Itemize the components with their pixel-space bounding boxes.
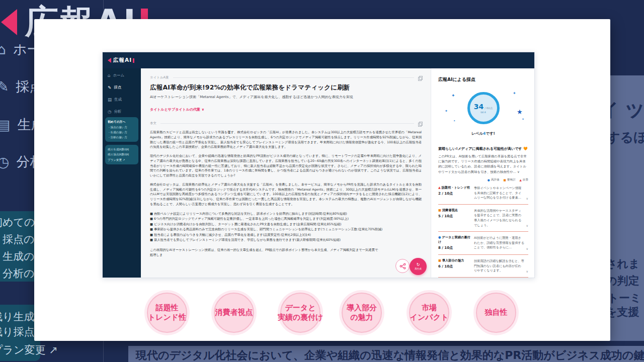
sparkle-icon: ✦: [513, 91, 516, 96]
background-subtitle-fragment: するほ: [607, 129, 644, 146]
sparkle-icon: ✦: [445, 109, 448, 113]
remaining-generate-count: 残り生成回数0回: [108, 147, 136, 152]
criterion-circle-topicality: 話題性トレンド性: [147, 293, 187, 333]
criterion-row-consumer[interactable]: ■消費者視点 5 / 10点 具体的な活用例やケーススタディを提示することで、読…: [438, 205, 528, 232]
sidebar-item-label: 分析: [114, 109, 121, 114]
body-section-label: 本文: [150, 121, 156, 126]
sidebar-item-analyze[interactable]: ◷ 分析: [103, 106, 141, 118]
sidebar-item-label: ホーム: [113, 73, 124, 78]
level-text: レベル4です!: [438, 131, 528, 136]
sparkle-icon: ✦: [522, 117, 524, 121]
clock-icon: ◷: [0, 154, 9, 170]
score-panel-title: 広報AIによる採点: [438, 76, 528, 83]
feature-bullet-list: ■ 自動ペルソナ設定によりリリース内容について多角的な対話を実行し、訴求ポイント…: [150, 211, 422, 243]
criterion-row-intro[interactable]: ■導入部分の魅力 6 / 10点 技術用語の詳細な解説を含むと、専門知識のない読…: [438, 255, 528, 278]
score-panel: 広報AIによる採点 ✦ ✦ ✦ ✦ ★ ✦ 34 / 60点 LV.4: [431, 68, 535, 278]
body-closing-paragraph: この画期的なAIオーケストレーション技術は、従来の画一的な文章生成を超え、PR観…: [150, 247, 378, 257]
legend-medium: ■ 要検討: [503, 178, 515, 182]
press-release-title: 広報AI革命が到来!92%の効率化で広報業務をドラマティックに刷新: [150, 83, 422, 92]
feature-bullet: ■ 6つの専門的判定ロジックでメディア掲載可能性を定量評価し、一定基準を上回った…: [150, 216, 422, 222]
criterion-row-market[interactable]: ■市場インパクト 市場規模や導入企業の具体例を追加する…: [438, 278, 528, 278]
medium-marker-icon: ■: [438, 258, 441, 262]
share-button[interactable]: [395, 259, 410, 273]
background-plan-link: プラン変更 ↗: [0, 343, 58, 357]
feature-bullet: ■ 担当者による表現のばらつきを大幅に減少させ、品質の平準化を達成します(品質安…: [150, 232, 422, 238]
chevron-down-icon[interactable]: ∨: [526, 197, 528, 200]
document-icon: ▤: [0, 117, 10, 133]
background-body-bar: 現代のデジタル化社会において、企業や組織の迅速な情報発信と効果的なPR活動がビジ…: [128, 346, 644, 362]
app-screenshot: 広報AI ⌂ ホーム ✎ 採点 ▤ 生成: [102, 52, 535, 278]
body-paragraph: 広報業務のスピードと品質は両立しないという常識を覆す、株式会社ロゼッタの「広報A…: [150, 130, 422, 149]
slide: 広報AI ⌂ホーム ✎採点 ▤生成 ◷分析 初めての方へ ・採点の使い方 ・生成…: [0, 0, 644, 362]
high-marker-icon: ●: [438, 235, 441, 239]
sidebar-usage-box: 残り生成回数0回 残り採点回数0回 プラン変更 ↗: [105, 145, 138, 164]
score-value: 34: [474, 103, 484, 111]
app-sidebar: ⌂ ホーム ✎ 採点 ▤ 生成 ◷ 分析: [103, 68, 141, 278]
score-circle: 34 / 60点 LV.4: [467, 92, 500, 124]
sidebar-item-generate[interactable]: ▤ 生成: [103, 94, 141, 106]
sidebar-item-home[interactable]: ⌂ ホーム: [103, 69, 141, 81]
criterion-circle-data: データと実績の裏付け: [280, 293, 320, 333]
logo-cursor-icon: [133, 58, 134, 63]
criterion-comment: 具体的な活用例やケーススタディを提示することで、読者に実際の導入後のイメージを持…: [474, 208, 528, 227]
chevron-down-icon[interactable]: ∨: [526, 224, 528, 227]
share-icon: [399, 263, 406, 269]
low-marker-icon: ▲: [438, 186, 441, 189]
criterion-comment: 季節イベントやキャンペーン情報を具体的に記載することで、タイムリーな関心を引き付…: [474, 186, 528, 200]
criterion-score: 8 / 10点: [438, 245, 470, 250]
legend-low: ▲ 改善: [520, 178, 529, 182]
sparkle-icon: ✦: [451, 93, 455, 98]
criterion-score: 6 / 10点: [438, 264, 470, 269]
criterion-circle-market: 市場インパクト: [409, 293, 449, 333]
document-icon: ▤: [108, 97, 112, 102]
star-icon: ★: [517, 108, 523, 116]
home-icon: ⌂: [108, 73, 110, 78]
score-verdict: 素晴らしい!メディアに掲載される可能性が高いです 🧡: [438, 146, 528, 152]
sidebar-item-label: 採点: [114, 85, 121, 90]
divider: [173, 77, 414, 78]
background-text-fragment: の判定: [606, 274, 639, 289]
guide-link-generate[interactable]: ・生成の使い方: [108, 130, 136, 135]
background-text-fragment: されま: [606, 256, 640, 272]
score-gauge: ✦ ✦ ✦ ✦ ★ ✦ 34 / 60点 LV.4 レベル4です!: [438, 87, 528, 143]
app-logo: 広報AI: [108, 57, 134, 64]
divider: [160, 123, 414, 124]
title-section-label: タイトルA案: [150, 75, 169, 80]
sidebar-nav: ⌂ ホーム ✎ 採点 ▤ 生成 ◷ 分析: [103, 69, 141, 118]
feature-bullet: ■ ビジネス向けか消費者向けかを自動判別し、ターゲット層に最適化されたPR文書を…: [150, 222, 422, 227]
regenerate-button[interactable]: ↻ 再生成: [410, 258, 427, 275]
plan-change-link[interactable]: プラン変更 ↗: [108, 157, 136, 162]
sidebar-item-scoring[interactable]: ✎ 採点: [103, 81, 141, 94]
feature-bullet: ■ 新人担当者でも安心してブレインストーミング環境を活用でき、学習しながら業務を…: [150, 237, 422, 243]
alternative-titles-link[interactable]: タイトルとサブタイトルの代案 ∨: [150, 107, 422, 112]
medium-marker-icon: ■: [438, 208, 441, 212]
criteria-circles: 話題性トレンド性 消費者視点 データと実績の裏付け 導入部分の魅力 市場インパク…: [34, 293, 610, 336]
chevron-down-icon[interactable]: ∨: [526, 269, 528, 273]
remaining-scoring-count: 残り採点回数0回: [108, 152, 136, 157]
low-marker-icon: ▲: [520, 178, 522, 182]
sparkle-icon: ✦: [453, 119, 455, 122]
background-body-text: 現代のデジタル化社会において、企業や組織の迅速な情報発信と効果的なPR活動がビジ…: [136, 348, 644, 362]
slide-card: 広報AI ⌂ ホーム ✎ 採点 ▤ 生成: [34, 19, 610, 341]
medium-marker-icon: ■: [503, 178, 506, 182]
body-paragraph: 株式会社ロゼッタは、広報業務の効率化とメディア露出の最大化を支援する「広報AI」…: [150, 182, 422, 207]
copy-icon[interactable]: [418, 122, 422, 126]
background-text-fragment: を支援: [606, 305, 639, 320]
criterion-circle-consumer: 消費者視点: [214, 293, 254, 333]
score-max: / 60点: [485, 107, 493, 110]
criterion-score: 2 / 10点: [438, 191, 470, 196]
guide-link-scoring[interactable]: ・採点の使い方: [108, 125, 136, 130]
level-badge: LV.4: [480, 111, 486, 114]
guide-box-title: 初めての方へ: [108, 120, 136, 124]
home-icon: ⌂: [0, 41, 6, 58]
score-legend: ● 高評価 ■ 要検討 ▲ 改善: [438, 178, 528, 182]
sidebar-item-label: 生成: [114, 97, 122, 102]
chevron-down-icon[interactable]: ∨: [526, 247, 528, 250]
criterion-row-data[interactable]: ●データと実績の裏付け 8 / 10点 AI技術がどのように開発・運用されたか、…: [438, 232, 528, 255]
criterion-row-topicality[interactable]: ▲話題性・トレンド性 2 / 10点 季節イベントやキャンペーン情報を具体的に記…: [438, 182, 528, 205]
guide-link-analyze[interactable]: ・分析の使い方: [108, 135, 136, 140]
copy-icon[interactable]: [418, 76, 422, 80]
criterion-comment: 技術用語の詳細な解説を含むと、専門知識のない読者にも内容が伝わりやすくなります。: [474, 258, 528, 273]
regenerate-label: 再生成: [415, 267, 422, 270]
logo-icon: [1, 9, 17, 35]
